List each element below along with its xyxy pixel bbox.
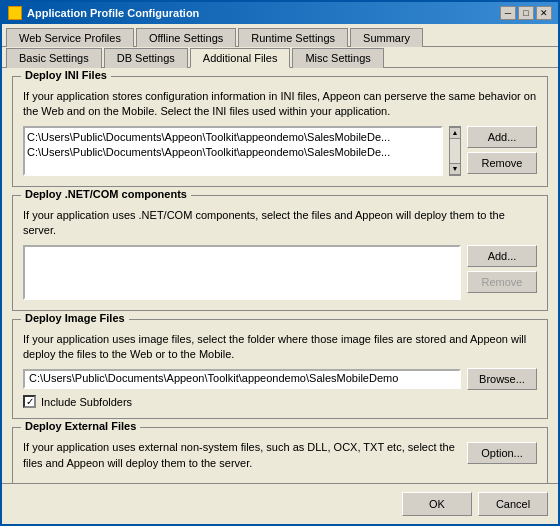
deploy-external-title: Deploy External Files [21, 420, 140, 432]
tab-row-2: Basic Settings DB Settings Additional Fi… [2, 47, 558, 68]
content-area: Deploy INI Files If your application sto… [2, 68, 558, 483]
deploy-ini-title: Deploy INI Files [21, 69, 111, 81]
tab-basic-settings[interactable]: Basic Settings [6, 48, 102, 68]
external-option-button[interactable]: Option... [467, 442, 537, 464]
image-path-row: C:\Users\Public\Documents\Appeon\Toolkit… [23, 368, 537, 390]
tab-misc-settings[interactable]: Misc Settings [292, 48, 383, 68]
include-subfolders-row: ✓ Include Subfolders [23, 395, 537, 408]
deploy-image-title: Deploy Image Files [21, 312, 129, 324]
list-item: C:\Users\Public\Documents\Appeon\Toolkit… [27, 130, 439, 145]
deploy-net-com-list-area: Add... Remove [23, 245, 537, 300]
title-bar-content: Application Profile Configuration [8, 6, 199, 20]
net-com-remove-button[interactable]: Remove [467, 271, 537, 293]
tab-additional-files[interactable]: Additional Files [190, 48, 291, 68]
deploy-ini-list-area: C:\Users\Public\Documents\Appeon\Toolkit… [23, 126, 537, 176]
scroll-down-arrow[interactable]: ▼ [449, 163, 461, 175]
deploy-ini-desc: If your application stores configuration… [23, 89, 537, 120]
title-controls: ─ □ ✕ [500, 6, 552, 20]
bottom-bar: OK Cancel [2, 483, 558, 524]
net-com-add-button[interactable]: Add... [467, 245, 537, 267]
scroll-up-arrow[interactable]: ▲ [449, 127, 461, 139]
maximize-button[interactable]: □ [518, 6, 534, 20]
net-com-buttons: Add... Remove [467, 245, 537, 293]
image-path-input[interactable]: C:\Users\Public\Documents\Appeon\Toolkit… [23, 369, 461, 389]
minimize-button[interactable]: ─ [500, 6, 516, 20]
deploy-image-desc: If your application uses image files, se… [23, 332, 537, 363]
window-title: Application Profile Configuration [27, 7, 199, 19]
deploy-ini-group: Deploy INI Files If your application sto… [12, 76, 548, 187]
ini-add-button[interactable]: Add... [467, 126, 537, 148]
deploy-external-group: Deploy External Files If your applicatio… [12, 427, 548, 483]
deploy-external-desc: If your application uses external non-sy… [23, 440, 457, 471]
tab-summary[interactable]: Summary [350, 28, 423, 47]
deploy-image-content: If your application uses image files, se… [23, 332, 537, 409]
ok-button[interactable]: OK [402, 492, 472, 516]
title-bar: Application Profile Configuration ─ □ ✕ [2, 2, 558, 24]
ini-buttons: Add... Remove [467, 126, 537, 174]
close-button[interactable]: ✕ [536, 6, 552, 20]
deploy-net-com-title: Deploy .NET/COM components [21, 188, 191, 200]
ini-remove-button[interactable]: Remove [467, 152, 537, 174]
deploy-external-content: If your application uses external non-sy… [23, 440, 537, 477]
main-window: Application Profile Configuration ─ □ ✕ … [0, 0, 560, 526]
tab-offline-settings[interactable]: Offline Settings [136, 28, 236, 47]
deploy-net-com-group: Deploy .NET/COM components If your appli… [12, 195, 548, 311]
deploy-ini-content: If your application stores configuration… [23, 89, 537, 176]
deploy-ini-listbox[interactable]: C:\Users\Public\Documents\Appeon\Toolkit… [23, 126, 443, 176]
tab-web-service-profiles[interactable]: Web Service Profiles [6, 28, 134, 47]
cancel-button[interactable]: Cancel [478, 492, 548, 516]
include-subfolders-label: Include Subfolders [41, 396, 132, 408]
tab-row-1: Web Service Profiles Offline Settings Ru… [2, 27, 558, 47]
include-subfolders-checkbox[interactable]: ✓ [23, 395, 36, 408]
tab-db-settings[interactable]: DB Settings [104, 48, 188, 68]
deploy-image-group: Deploy Image Files If your application u… [12, 319, 548, 420]
ini-scrollbar: ▲ ▼ [449, 126, 461, 176]
image-browse-button[interactable]: Browse... [467, 368, 537, 390]
deploy-net-com-desc: If your application uses .NET/COM compon… [23, 208, 537, 239]
app-icon [8, 6, 22, 20]
deploy-net-com-listbox[interactable] [23, 245, 461, 300]
deploy-net-com-content: If your application uses .NET/COM compon… [23, 208, 537, 300]
tab-runtime-settings[interactable]: Runtime Settings [238, 28, 348, 47]
list-item: C:\Users\Public\Documents\Appeon\Toolkit… [27, 145, 439, 160]
scroll-track [450, 139, 460, 163]
